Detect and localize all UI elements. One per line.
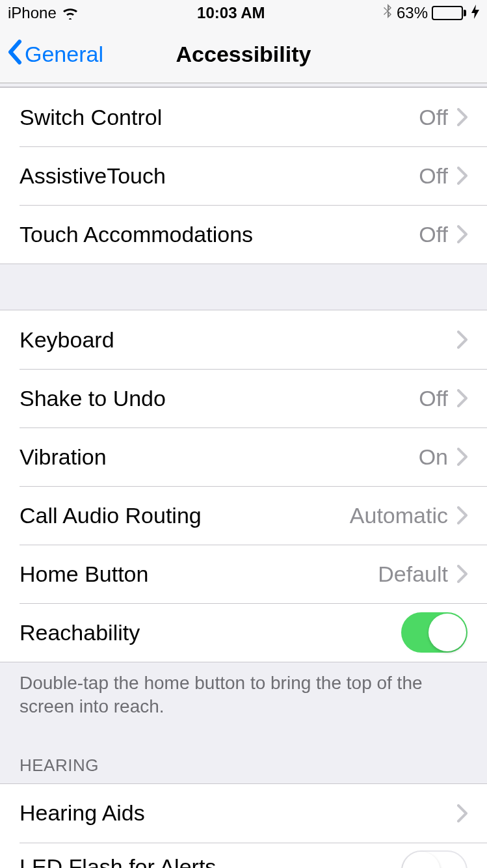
chevron-left-icon <box>7 39 22 70</box>
row-home-button[interactable]: Home Button Default <box>0 545 487 603</box>
row-led-flash-alerts[interactable]: LED Flash for Alerts <box>0 843 487 868</box>
row-value: Default <box>378 562 448 587</box>
row-label: Home Button <box>20 562 378 587</box>
chevron-right-icon <box>457 448 467 466</box>
nav-bar: General Accessibility <box>0 26 487 83</box>
chevron-right-icon <box>457 506 467 524</box>
row-label: Reachability <box>20 620 401 645</box>
back-label: General <box>25 42 103 67</box>
status-time: 10:03 AM <box>197 4 265 22</box>
page-title: Accessibility <box>176 42 311 67</box>
row-value: Off <box>419 222 448 247</box>
row-label: Switch Control <box>20 105 419 130</box>
row-call-audio-routing[interactable]: Call Audio Routing Automatic <box>0 486 487 545</box>
row-value: Off <box>419 163 448 189</box>
reachability-toggle[interactable] <box>401 612 467 653</box>
reachability-footer: Double-tap the home button to bring the … <box>0 662 487 719</box>
row-label: Hearing Aids <box>20 800 457 826</box>
battery-icon <box>432 6 466 20</box>
back-button[interactable]: General <box>7 39 103 70</box>
row-label: Vibration <box>20 444 419 470</box>
wifi-icon <box>62 7 79 20</box>
row-label: Keyboard <box>20 327 457 353</box>
row-switch-control[interactable]: Switch Control Off <box>0 88 487 146</box>
row-assistivetouch[interactable]: AssistiveTouch Off <box>0 146 487 205</box>
charging-icon <box>471 5 479 22</box>
interaction-group-1: Switch Control Off AssistiveTouch Off To… <box>0 87 487 264</box>
row-value: On <box>419 444 448 470</box>
row-value: Off <box>419 105 448 130</box>
row-label: Shake to Undo <box>20 386 419 411</box>
row-value: Automatic <box>350 503 448 528</box>
hearing-group: Hearing Aids LED Flash for Alerts <box>0 783 487 868</box>
carrier-label: iPhone <box>8 4 57 22</box>
led-flash-toggle[interactable] <box>401 850 467 868</box>
row-label: LED Flash for Alerts <box>20 854 401 868</box>
row-value: Off <box>419 386 448 411</box>
hearing-header: HEARING <box>0 719 487 783</box>
row-label: Touch Accommodations <box>20 222 419 247</box>
bluetooth-icon <box>384 3 393 23</box>
row-label: Call Audio Routing <box>20 503 350 528</box>
row-keyboard[interactable]: Keyboard <box>0 310 487 369</box>
chevron-right-icon <box>457 565 467 583</box>
row-label: AssistiveTouch <box>20 163 419 189</box>
status-bar: iPhone 10:03 AM 63% <box>0 0 487 26</box>
chevron-right-icon <box>457 167 467 185</box>
row-reachability: Reachability <box>0 603 487 662</box>
interaction-group-2: Keyboard Shake to Undo Off Vibration On … <box>0 310 487 662</box>
chevron-right-icon <box>457 225 467 243</box>
row-vibration[interactable]: Vibration On <box>0 427 487 486</box>
status-left: iPhone <box>8 4 79 22</box>
row-touch-accommodations[interactable]: Touch Accommodations Off <box>0 205 487 264</box>
chevron-right-icon <box>457 108 467 126</box>
row-hearing-aids[interactable]: Hearing Aids <box>0 784 487 843</box>
chevron-right-icon <box>457 804 467 822</box>
row-shake-to-undo[interactable]: Shake to Undo Off <box>0 369 487 427</box>
battery-percent: 63% <box>397 4 428 22</box>
chevron-right-icon <box>457 389 467 407</box>
chevron-right-icon <box>457 331 467 349</box>
status-right: 63% <box>384 3 479 23</box>
